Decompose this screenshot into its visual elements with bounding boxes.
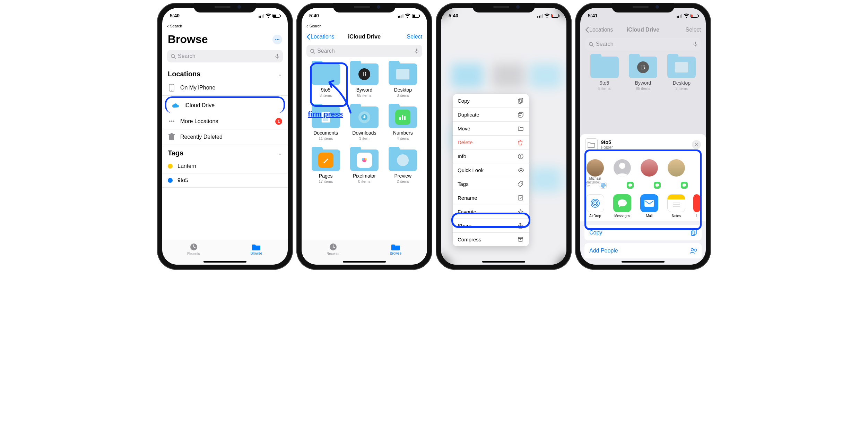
chevron-down-icon: ⌄ <box>278 151 282 156</box>
ctx-favorite[interactable]: Favorite <box>453 205 529 219</box>
ctx-duplicate[interactable]: Duplicate <box>453 108 529 122</box>
ctx-tags[interactable]: Tags <box>453 177 529 191</box>
action-copy[interactable]: Copy <box>584 225 702 240</box>
dictate-icon[interactable] <box>275 53 279 59</box>
svg-rect-15 <box>399 117 401 120</box>
svg-point-42 <box>592 200 598 206</box>
tag-lantern[interactable]: Lantern <box>162 159 288 173</box>
section-tags[interactable]: Tags ⌄ <box>162 145 288 159</box>
svg-point-27 <box>520 169 522 171</box>
avatar <box>614 159 631 177</box>
app-notes[interactable]: Notes <box>666 194 686 218</box>
select-button[interactable]: Select <box>407 34 422 40</box>
folder-icon <box>518 126 524 131</box>
contact-4[interactable] <box>666 159 686 188</box>
svg-rect-12 <box>416 49 417 51</box>
folder-icon: B <box>350 63 379 85</box>
wifi-icon <box>684 14 689 18</box>
ctx-share[interactable]: Share <box>453 219 529 233</box>
contact-michael[interactable]: Michael MacBook Pro <box>585 159 605 188</box>
folder-9to5: 9to5 8 items <box>585 57 624 91</box>
ctx-delete[interactable]: Delete <box>453 136 529 149</box>
contact-2[interactable] <box>612 159 632 188</box>
search-input: Search <box>585 38 701 50</box>
ctx-rename[interactable]: Rename <box>453 191 529 205</box>
tab-browse[interactable]: Browse <box>364 240 427 258</box>
app-airdrop[interactable]: AirDrop <box>585 194 605 218</box>
svg-point-26 <box>520 155 521 156</box>
ctx-copy[interactable]: Copy <box>453 94 529 108</box>
messages-badge-icon <box>627 182 634 189</box>
section-locations[interactable]: Locations ⌄ <box>162 66 288 80</box>
tab-browse[interactable]: Browse <box>225 240 288 258</box>
more-button[interactable]: ··· <box>272 35 282 44</box>
ctx-move[interactable]: Move <box>453 122 529 136</box>
signal-icon <box>537 14 543 18</box>
location-more[interactable]: ••• More Locations 1 <box>162 114 288 129</box>
avatar <box>668 159 685 177</box>
folder-icon <box>389 63 417 85</box>
back-button[interactable]: Locations <box>306 34 335 40</box>
svg-point-50 <box>691 248 694 251</box>
folder-pages[interactable]: Pages 17 items <box>306 149 345 183</box>
battery-icon <box>551 14 559 18</box>
app-mail[interactable]: Mail <box>639 194 659 218</box>
app-more[interactable]: i <box>693 194 700 218</box>
app-messages[interactable]: Messages <box>612 194 632 218</box>
action-add-people[interactable]: Add People <box>584 243 702 258</box>
clock-icon <box>190 243 198 251</box>
svg-point-5 <box>171 90 172 91</box>
home-indicator[interactable] <box>343 261 386 263</box>
folder-pixelmator[interactable]: Pixelmator 0 items <box>345 149 383 183</box>
status-time: 5:41 <box>588 13 612 18</box>
byword-badge-icon: B <box>358 68 370 80</box>
svg-point-38 <box>602 184 605 187</box>
signal-icon <box>259 14 264 18</box>
folder-numbers[interactable]: Numbers 4 items <box>384 106 422 140</box>
home-indicator[interactable] <box>203 261 246 263</box>
window-icon <box>396 69 410 80</box>
back-button: Locations <box>585 27 613 33</box>
svg-point-19 <box>362 158 364 160</box>
dictate-icon <box>693 41 697 47</box>
svg-line-1 <box>174 57 175 59</box>
pages-icon <box>318 153 333 168</box>
tab-recents[interactable]: Recents <box>302 240 364 258</box>
breadcrumb-back[interactable]: Search <box>162 23 288 30</box>
tag-icon <box>518 181 524 187</box>
mail-icon <box>640 194 658 212</box>
cloud-icon <box>172 102 180 109</box>
folder-icon <box>389 149 417 171</box>
location-recently-deleted[interactable]: Recently Deleted <box>162 129 288 145</box>
status-time: 5:40 <box>170 13 194 18</box>
svg-point-41 <box>594 202 597 205</box>
close-button[interactable]: ✕ <box>692 140 701 149</box>
share-icon <box>518 223 524 229</box>
wifi-icon <box>266 14 271 18</box>
svg-rect-16 <box>402 115 403 120</box>
clock-icon <box>329 243 337 251</box>
svg-line-34 <box>592 45 593 46</box>
tab-recents[interactable]: Recents <box>162 240 225 258</box>
star-icon <box>518 209 524 215</box>
home-indicator[interactable] <box>482 261 525 263</box>
location-on-my-iphone[interactable]: On My iPhone <box>162 80 288 96</box>
breadcrumb-back[interactable]: Search <box>302 23 427 30</box>
ctx-quicklook[interactable]: Quick Look <box>453 163 529 177</box>
search-input[interactable]: Search <box>306 45 422 57</box>
search-input[interactable]: Search <box>167 50 283 62</box>
folder-preview[interactable]: Preview 2 items <box>384 149 422 183</box>
svg-rect-2 <box>277 54 278 57</box>
folder-desktop[interactable]: Desktop 3 items <box>384 63 422 97</box>
location-icloud-drive[interactable]: iCloud Drive <box>165 96 285 113</box>
ctx-info[interactable]: Info <box>453 149 529 163</box>
contact-3[interactable] <box>639 159 659 188</box>
dictate-icon[interactable] <box>415 48 419 54</box>
home-indicator[interactable] <box>622 261 665 263</box>
contacts-row: Michael MacBook Pro <box>580 155 706 189</box>
airdrop-badge-icon <box>600 182 607 189</box>
ctx-compress[interactable]: Compress <box>453 233 529 246</box>
folder-thumbnail-icon <box>585 138 598 151</box>
messages-badge-icon <box>681 182 688 189</box>
tag-9to5[interactable]: 9to5 <box>162 173 288 188</box>
